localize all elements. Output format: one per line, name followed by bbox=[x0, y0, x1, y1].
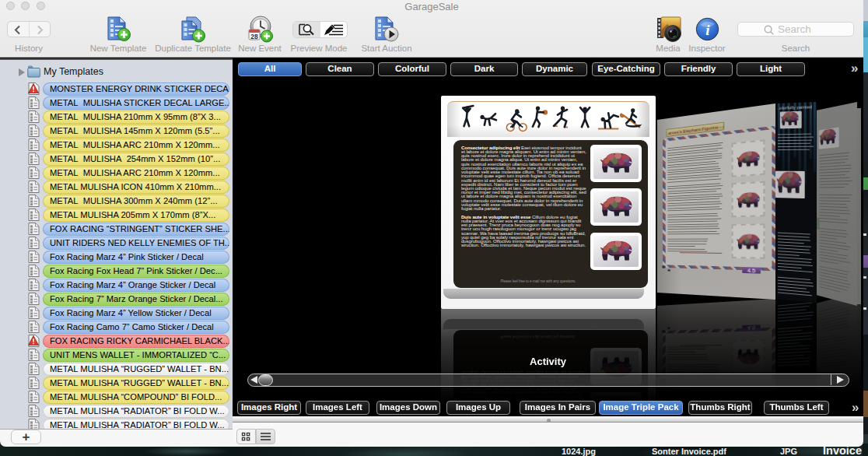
svg-text:i: i bbox=[705, 22, 710, 38]
svg-text:28: 28 bbox=[250, 33, 258, 40]
